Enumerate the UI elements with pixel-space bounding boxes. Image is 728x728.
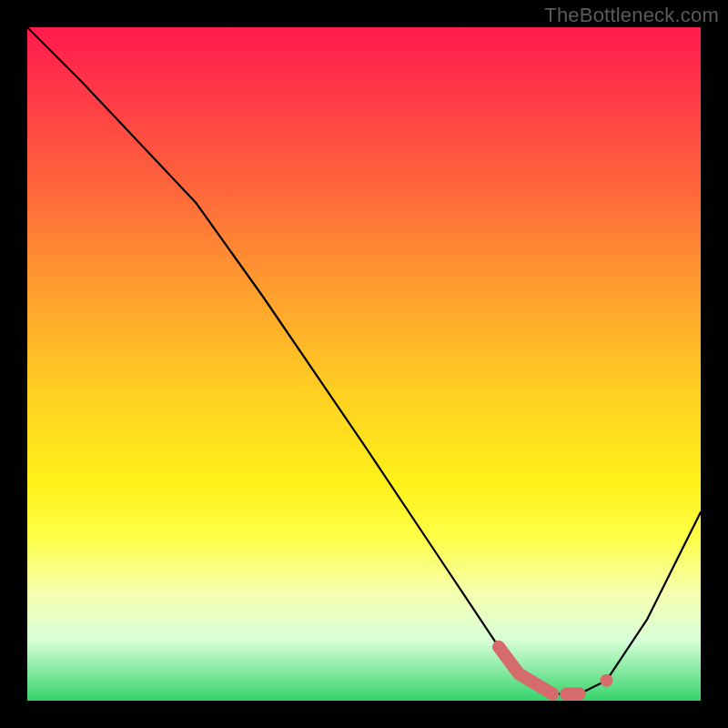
bottleneck-curve bbox=[27, 27, 701, 694]
highlight-dot bbox=[600, 674, 612, 687]
chart-overlay bbox=[27, 27, 701, 701]
watermark-text: TheBottleneck.com bbox=[544, 4, 719, 27]
highlight-segment bbox=[499, 647, 552, 694]
chart-frame: TheBottleneck.com bbox=[0, 0, 728, 728]
